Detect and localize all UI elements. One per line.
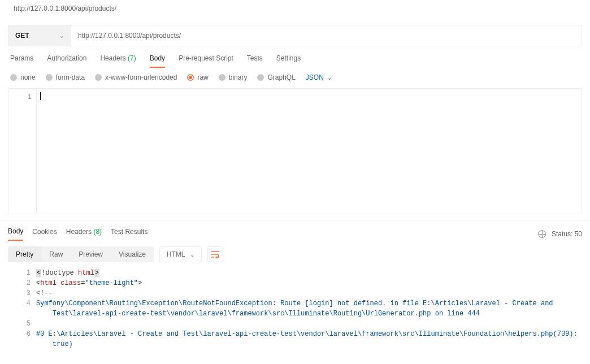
tab-headers-label: Headers [100, 54, 125, 62]
radio-none[interactable]: none [10, 73, 36, 81]
chevron-down-icon: ⌄ [327, 75, 332, 81]
response-gutter: 1 2 3 4 5 6 [8, 268, 36, 349]
line-number: 1 [8, 92, 32, 102]
caret-icon [40, 92, 41, 100]
tab-params[interactable]: Params [10, 54, 33, 68]
tab-body[interactable]: Body [150, 54, 165, 68]
response-toolbar: Pretty Raw Preview Visualize HTML ⌄ [0, 241, 590, 268]
radio-icon [219, 74, 225, 81]
request-body-editor: 1 [8, 88, 582, 214]
resp-tab-headers-count: (8) [93, 228, 102, 236]
method-select[interactable]: GET ⌄ [8, 25, 71, 46]
wrap-lines-button[interactable] [207, 246, 223, 262]
tab-tests[interactable]: Tests [247, 54, 263, 68]
tab-headers-count: (7) [128, 54, 136, 62]
lang-label: HTML [167, 250, 185, 258]
line-number: 5 [8, 319, 31, 329]
line-number-cont [8, 309, 31, 319]
line-number: 6 [8, 329, 31, 339]
radio-graphql[interactable]: GraphQL [257, 73, 295, 81]
tab-prerequest[interactable]: Pre-request Script [179, 54, 233, 68]
body-format-select[interactable]: JSON ⌄ [306, 73, 332, 81]
radio-icon [257, 74, 264, 81]
method-label: GET [15, 32, 29, 40]
resp-tab-testresults[interactable]: Test Results [111, 228, 148, 240]
radio-none-label: none [20, 73, 36, 81]
radio-icon [46, 74, 53, 81]
radio-icon [95, 74, 102, 81]
line-number: 4 [8, 298, 31, 309]
response-status: Status: 50 [538, 230, 582, 238]
radio-formdata[interactable]: form-data [46, 73, 85, 81]
line-number: 3 [8, 288, 31, 298]
tab-headers[interactable]: Headers (7) [100, 54, 136, 68]
chevron-down-icon: ⌄ [190, 252, 194, 258]
editor-gutter: 1 [8, 89, 37, 214]
tab-authorization[interactable]: Authorization [47, 54, 86, 68]
body-format-label: JSON [306, 73, 324, 81]
radio-binary[interactable]: binary [219, 73, 248, 81]
view-visualize[interactable]: Visualize [111, 246, 154, 262]
radio-raw[interactable]: raw [187, 73, 208, 81]
tab-title: http://127.0.0.1:8000/api/products/ [0, 0, 590, 17]
resp-tab-headers[interactable]: Headers (8) [66, 228, 102, 240]
radio-urlencoded-label: x-www-form-urlencoded [105, 73, 177, 81]
status-label: Status: [552, 230, 572, 238]
radio-binary-label: binary [229, 73, 248, 81]
chevron-down-icon: ⌄ [59, 33, 64, 39]
editor-textarea[interactable] [37, 89, 582, 214]
radio-raw-label: raw [197, 73, 208, 81]
radio-icon [10, 74, 17, 81]
resp-tab-headers-label: Headers [66, 228, 92, 236]
request-tabs: Params Authorization Headers (7) Body Pr… [0, 46, 590, 68]
response-body-editor[interactable]: 1 2 3 4 5 6 <!doctype html><html class="… [0, 268, 590, 355]
radio-graphql-label: GraphQL [267, 73, 295, 81]
response-code: <!doctype html><html class="theme-light"… [36, 268, 582, 349]
radio-icon [187, 74, 194, 81]
line-number: 2 [8, 278, 31, 288]
wrap-icon [211, 250, 220, 258]
view-pretty[interactable]: Pretty [8, 246, 41, 262]
url-input[interactable] [71, 25, 582, 46]
globe-icon[interactable] [538, 230, 546, 238]
resp-tab-cookies[interactable]: Cookies [32, 228, 57, 240]
view-preview[interactable]: Preview [71, 246, 111, 262]
body-type-row: none form-data x-www-form-urlencoded raw… [0, 68, 590, 88]
response-tabs: Body Cookies Headers (8) Test Results St… [0, 220, 590, 241]
lang-select[interactable]: HTML ⌄ [159, 246, 202, 262]
radio-formdata-label: form-data [56, 73, 85, 81]
tab-settings[interactable]: Settings [276, 54, 301, 68]
line-number: 1 [8, 268, 31, 278]
resp-tab-body[interactable]: Body [8, 227, 23, 241]
view-raw[interactable]: Raw [41, 246, 71, 262]
status-code: 50 [575, 230, 582, 238]
radio-urlencoded[interactable]: x-www-form-urlencoded [95, 73, 177, 81]
request-row: GET ⌄ [8, 25, 582, 46]
view-mode-group: Pretty Raw Preview Visualize [8, 246, 154, 262]
